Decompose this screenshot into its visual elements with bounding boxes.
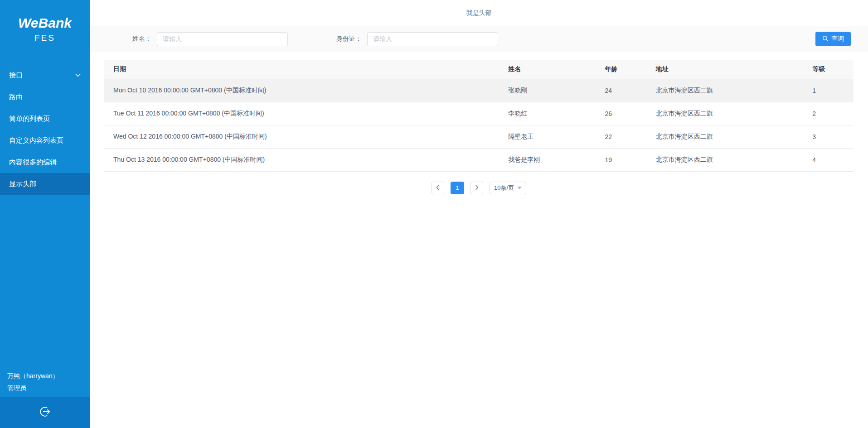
sidebar-item-custom-list[interactable]: 自定义内容列表页 [0,130,90,151]
cell-name: 我爸是李刚 [499,148,596,171]
chevron-right-icon [475,184,479,192]
table-row[interactable]: Thu Oct 13 2016 00:00:00 GMT+0800 (中国标准时… [104,148,853,171]
page-size-value: 10条/页 [494,184,514,192]
cell-name: 李晓红 [499,102,596,125]
brand-logo: WeBank FES [0,0,90,44]
column-header-level: 等级 [803,60,853,79]
cell-age: 26 [596,102,646,125]
data-table: 日期 姓名 年龄 地址 等级 Mon Oct 10 2016 00:00:00 … [104,60,853,172]
sidebar: WeBank FES 接口 路由 简单的列表页 自定义内容列表页 内容很多的编辑 [0,0,90,428]
sidebar-item-label: 内容很多的编辑 [9,158,81,167]
name-input[interactable] [157,32,288,46]
sidebar-item-label: 路由 [9,93,81,101]
sidebar-item-route[interactable]: 路由 [0,86,90,108]
logout-circle-arrow-icon [38,405,52,420]
sidebar-item-label: 自定义内容列表页 [9,136,81,145]
cell-level: 3 [803,125,853,148]
search-toolbar: 姓名： 身份证： 查询 [90,26,868,52]
sidebar-item-label: 接口 [9,71,75,80]
magnifier-icon [822,35,829,43]
sidebar-item-label: 显示头部 [9,180,81,188]
chevron-left-icon [436,184,440,192]
id-field-group: 身份证： [336,32,498,46]
brand-logo-subtitle: FES [0,32,90,44]
table-header-row: 日期 姓名 年龄 地址 等级 [104,60,853,79]
sidebar-nav: 接口 路由 简单的列表页 自定义内容列表页 内容很多的编辑 显示头部 [0,64,90,195]
table-row[interactable]: Mon Oct 10 2016 00:00:00 GMT+0800 (中国标准时… [104,79,853,102]
cell-level: 4 [803,148,853,171]
main-content: 我是头部 姓名： 身份证： 查询 [90,0,868,428]
name-field-label: 姓名： [132,35,151,43]
cell-age: 22 [596,125,646,148]
cell-level: 1 [803,79,853,102]
prev-page-button[interactable] [432,182,444,194]
page-size-select[interactable]: 10条/页 [490,182,526,194]
table-row[interactable]: Wed Oct 12 2016 00:00:00 GMT+0800 (中国标准时… [104,125,853,148]
sidebar-item-simple-list[interactable]: 简单的列表页 [0,108,90,130]
next-page-button[interactable] [470,182,483,194]
cell-level: 2 [803,102,853,125]
sidebar-user-info: 万纯（harrywan） 管理员 [0,370,90,397]
cell-address: 北京市海淀区西二旗 [647,102,803,125]
id-card-input[interactable] [367,32,498,46]
cell-address: 北京市海淀区西二旗 [647,148,803,171]
cell-name: 张晓刚 [499,79,596,102]
cell-age: 24 [596,79,646,102]
sidebar-item-rich-edit[interactable]: 内容很多的编辑 [0,151,90,173]
app-window: WeBank FES 接口 路由 简单的列表页 自定义内容列表页 内容很多的编辑 [0,0,868,428]
sidebar-item-label: 简单的列表页 [9,115,81,123]
name-field-group: 姓名： [132,32,288,46]
cell-date: Mon Oct 10 2016 00:00:00 GMT+0800 (中国标准时… [104,79,499,102]
user-name: 万纯（harrywan） [7,370,82,382]
table-row[interactable]: Tue Oct 11 2016 00:00:00 GMT+0800 (中国标准时… [104,102,853,125]
current-page-number: 1 [456,184,459,191]
pagination: 1 10条/页 [90,182,868,194]
cell-date: Thu Oct 13 2016 00:00:00 GMT+0800 (中国标准时… [104,148,499,171]
id-field-label: 身份证： [336,35,362,43]
logout-button[interactable] [0,397,90,428]
cell-address: 北京市海淀区西二旗 [647,79,803,102]
page-title: 我是头部 [466,9,492,17]
query-button[interactable]: 查询 [815,32,851,46]
column-header-address: 地址 [647,60,803,79]
sidebar-item-show-header[interactable]: 显示头部 [0,173,90,195]
column-header-date: 日期 [104,60,499,79]
column-header-age: 年龄 [596,60,646,79]
cell-age: 19 [596,148,646,171]
query-button-label: 查询 [831,35,844,43]
user-role: 管理员 [7,382,82,394]
cell-date: Wed Oct 12 2016 00:00:00 GMT+0800 (中国标准时… [104,125,499,148]
sidebar-item-api[interactable]: 接口 [0,64,90,86]
brand-logo-text: WeBank [0,14,90,32]
cell-date: Tue Oct 11 2016 00:00:00 GMT+0800 (中国标准时… [104,102,499,125]
current-page-button[interactable]: 1 [451,182,464,194]
cell-address: 北京市海淀区西二旗 [647,125,803,148]
column-header-name: 姓名 [499,60,596,79]
chevron-down-icon [75,73,81,77]
cell-name: 隔壁老王 [499,125,596,148]
caret-down-icon [517,187,522,189]
page-header: 我是头部 [90,0,868,26]
